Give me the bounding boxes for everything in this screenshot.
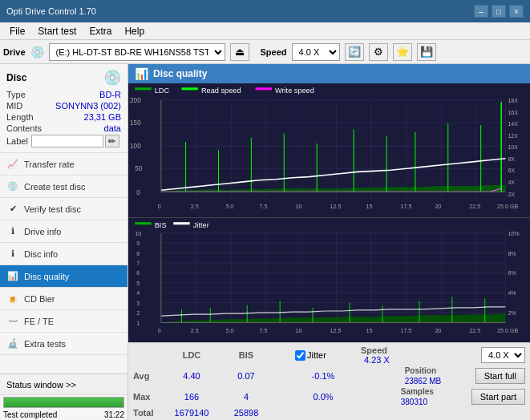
ldc-avg: 4.40 bbox=[183, 371, 200, 381]
svg-text:8%: 8% bbox=[508, 249, 516, 256]
create-test-disc-label: Create test disc bbox=[24, 182, 85, 192]
chart2-container: BIS Jitter bbox=[128, 218, 530, 342]
svg-text:7.5: 7.5 bbox=[260, 327, 268, 334]
label-edit-button[interactable]: ✏ bbox=[105, 135, 119, 147]
svg-text:22.5: 22.5 bbox=[469, 327, 480, 334]
dq-header-title: Disc quality bbox=[153, 68, 207, 79]
sidebar-item-fe-te[interactable]: 〰 FE / TE bbox=[0, 310, 127, 333]
menu-help[interactable]: Help bbox=[118, 24, 151, 38]
svg-text:10: 10 bbox=[296, 203, 302, 210]
disc-quality-label: Disc quality bbox=[24, 272, 69, 281]
svg-text:Jitter: Jitter bbox=[193, 221, 209, 229]
progress-bar-fill bbox=[4, 398, 123, 407]
jitter-checkbox-label[interactable]: Jitter bbox=[295, 350, 351, 361]
svg-text:18X: 18X bbox=[508, 97, 518, 104]
svg-text:50: 50 bbox=[135, 165, 142, 172]
position-label: Position bbox=[405, 366, 469, 375]
svg-text:12X: 12X bbox=[508, 132, 518, 139]
length-value: 23,31 GB bbox=[84, 112, 121, 122]
star-icon[interactable]: ⭐ bbox=[393, 43, 412, 61]
svg-text:2.5: 2.5 bbox=[191, 327, 199, 334]
svg-text:5.0: 5.0 bbox=[226, 203, 234, 210]
avg-label: Avg bbox=[133, 371, 149, 381]
svg-text:14X: 14X bbox=[508, 120, 518, 127]
menu-file[interactable]: File bbox=[3, 24, 31, 38]
drive-label: Drive bbox=[3, 47, 26, 57]
start-part-button[interactable]: Start part bbox=[471, 389, 525, 405]
dq-header-icon: 📊 bbox=[135, 67, 148, 80]
sidebar-item-transfer-rate[interactable]: 📈 Transfer rate bbox=[0, 153, 127, 176]
fe-te-icon: 〰 bbox=[6, 315, 19, 328]
progress-bar-container bbox=[3, 397, 124, 408]
svg-text:8: 8 bbox=[136, 249, 140, 256]
cd-bier-label: CD Bier bbox=[24, 294, 55, 304]
menu-start-test[interactable]: Start test bbox=[31, 24, 83, 38]
svg-text:100: 100 bbox=[130, 143, 141, 150]
fe-te-label: FE / TE bbox=[24, 317, 54, 326]
jitter-avg: -0.1% bbox=[312, 371, 335, 381]
charts-area: LDC Read speed Write speed bbox=[128, 83, 530, 342]
speed-select[interactable]: 4.0 X bbox=[292, 43, 340, 61]
disc-label-label: Label bbox=[6, 136, 28, 146]
sidebar-item-create-test-disc[interactable]: 💿 Create test disc bbox=[0, 176, 127, 198]
menu-extra[interactable]: Extra bbox=[83, 24, 118, 38]
disc-label-input[interactable] bbox=[31, 135, 103, 147]
drive-info-icon: ℹ bbox=[6, 225, 19, 238]
sidebar-item-disc-quality[interactable]: 📊 Disc quality bbox=[0, 265, 127, 288]
speed-value: 4.23 X bbox=[364, 355, 390, 365]
disc-quality-header: 📊 Disc quality bbox=[128, 64, 530, 83]
save-icon[interactable]: 💾 bbox=[417, 43, 436, 61]
sidebar: Disc 💿 Type BD-R MID SONYNN3 (002) Lengt… bbox=[0, 64, 128, 420]
maximize-button[interactable]: □ bbox=[492, 5, 506, 18]
settings-icon[interactable]: ⚙ bbox=[369, 43, 388, 61]
close-button[interactable]: × bbox=[509, 5, 524, 18]
verify-test-disc-label: Verify test disc bbox=[24, 204, 81, 214]
svg-text:6X: 6X bbox=[508, 167, 515, 174]
status-area: Status window >> Test completed 31:22 bbox=[0, 374, 127, 420]
drive-bar: Drive 💿 (E:) HL-DT-ST BD-RE WH16NS58 TST… bbox=[0, 40, 530, 64]
sidebar-item-cd-bier[interactable]: 🍺 CD Bier bbox=[0, 288, 127, 310]
svg-text:15: 15 bbox=[366, 203, 373, 210]
jitter-checkbox[interactable] bbox=[295, 350, 305, 361]
sidebar-item-verify-test-disc[interactable]: ✔ Verify test disc bbox=[0, 198, 127, 220]
mid-label: MID bbox=[6, 101, 22, 111]
title-bar: Opti Drive Control 1.70 – □ × bbox=[0, 0, 530, 22]
svg-text:2: 2 bbox=[136, 309, 140, 317]
eject-icon[interactable]: ⏏ bbox=[230, 43, 249, 61]
svg-text:0: 0 bbox=[136, 188, 140, 196]
contents-value: data bbox=[104, 123, 121, 133]
transfer-rate-icon: 📈 bbox=[6, 158, 19, 171]
drive-select[interactable]: (E:) HL-DT-ST BD-RE WH16NS58 TST4 bbox=[49, 43, 225, 61]
samples-label: Samples bbox=[401, 387, 465, 396]
speed-label: Speed bbox=[261, 47, 287, 57]
chart2-svg: BIS Jitter bbox=[128, 218, 530, 342]
svg-rect-2 bbox=[181, 87, 197, 90]
svg-text:12.5: 12.5 bbox=[330, 203, 342, 210]
svg-text:25.0 GB: 25.0 GB bbox=[497, 327, 518, 334]
disc-panel: Disc 💿 Type BD-R MID SONYNN3 (002) Lengt… bbox=[0, 64, 127, 153]
svg-rect-63 bbox=[173, 222, 189, 224]
verify-test-disc-icon: ✔ bbox=[6, 203, 19, 216]
svg-text:2X: 2X bbox=[508, 191, 515, 198]
svg-text:4: 4 bbox=[136, 289, 140, 297]
sidebar-item-disc-info[interactable]: ℹ Disc info bbox=[0, 243, 127, 265]
legend-ldc: LDC bbox=[155, 87, 170, 95]
bis-total: 25898 bbox=[234, 408, 259, 418]
sidebar-item-extra-tests[interactable]: 🔬 Extra tests bbox=[0, 333, 127, 355]
ldc-max: 166 bbox=[184, 392, 199, 402]
speed-dropdown[interactable]: 4.0 X bbox=[481, 347, 525, 363]
position-value: 23862 MB bbox=[405, 377, 469, 386]
start-full-button[interactable]: Start full bbox=[475, 368, 525, 384]
sidebar-item-drive-info[interactable]: ℹ Drive info bbox=[0, 220, 127, 243]
status-window-button[interactable]: Status window >> bbox=[0, 374, 127, 395]
svg-text:7: 7 bbox=[136, 260, 140, 267]
svg-rect-4 bbox=[255, 87, 271, 90]
refresh-icon[interactable]: 🔄 bbox=[345, 43, 364, 61]
app-title: Opti Drive Control 1.70 bbox=[6, 6, 96, 16]
info-row-avg: Avg 4.40 0.07 -0.1% Position 23862 MB St… bbox=[133, 366, 525, 386]
minimize-button[interactable]: – bbox=[474, 5, 488, 18]
svg-rect-1 bbox=[135, 87, 151, 90]
svg-rect-60 bbox=[128, 218, 530, 342]
svg-text:0: 0 bbox=[158, 203, 161, 210]
svg-text:10%: 10% bbox=[508, 229, 520, 236]
